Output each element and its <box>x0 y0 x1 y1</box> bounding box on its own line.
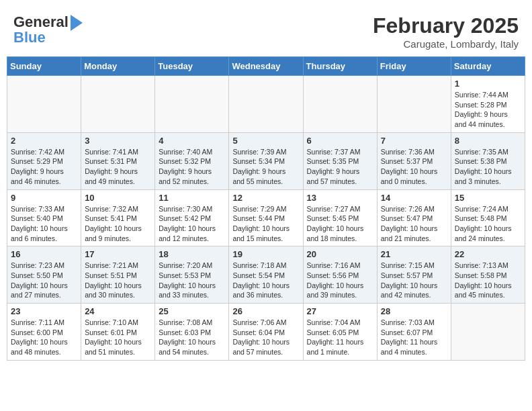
day-number: 15 <box>455 193 521 203</box>
calendar-cell: 17Sunrise: 7:21 AM Sunset: 5:51 PM Dayli… <box>81 246 155 304</box>
day-number: 21 <box>381 249 447 259</box>
calendar-cell: 3Sunrise: 7:41 AM Sunset: 5:31 PM Daylig… <box>81 132 155 189</box>
calendar-cell: 14Sunrise: 7:26 AM Sunset: 5:47 PM Dayli… <box>377 189 451 246</box>
day-info: Sunrise: 7:08 AM Sunset: 6:03 PM Dayligh… <box>159 318 225 357</box>
day-number: 8 <box>455 136 521 146</box>
calendar-cell: 13Sunrise: 7:27 AM Sunset: 5:45 PM Dayli… <box>303 189 377 246</box>
day-info: Sunrise: 7:04 AM Sunset: 6:05 PM Dayligh… <box>307 318 373 357</box>
day-info: Sunrise: 7:37 AM Sunset: 5:35 PM Dayligh… <box>307 147 373 187</box>
day-number: 12 <box>232 193 299 203</box>
day-header-wednesday: Wednesday <box>229 57 303 76</box>
calendar-cell <box>377 76 451 133</box>
day-number: 16 <box>11 249 77 259</box>
calendar-cell: 19Sunrise: 7:18 AM Sunset: 5:54 PM Dayli… <box>229 246 303 304</box>
day-number: 2 <box>11 136 77 146</box>
calendar-cell: 8Sunrise: 7:35 AM Sunset: 5:38 PM Daylig… <box>451 132 525 189</box>
day-info: Sunrise: 7:24 AM Sunset: 5:48 PM Dayligh… <box>455 204 521 244</box>
calendar-cell: 22Sunrise: 7:13 AM Sunset: 5:58 PM Dayli… <box>451 246 525 304</box>
day-number: 5 <box>232 136 299 146</box>
day-number: 14 <box>381 193 447 203</box>
day-info: Sunrise: 7:44 AM Sunset: 5:28 PM Dayligh… <box>455 90 521 130</box>
day-number: 3 <box>85 136 151 146</box>
day-info: Sunrise: 7:30 AM Sunset: 5:42 PM Dayligh… <box>159 204 225 244</box>
day-info: Sunrise: 7:26 AM Sunset: 5:47 PM Dayligh… <box>381 204 447 244</box>
day-header-thursday: Thursday <box>303 57 377 76</box>
day-number: 4 <box>159 136 225 146</box>
calendar-cell: 15Sunrise: 7:24 AM Sunset: 5:48 PM Dayli… <box>451 189 525 246</box>
calendar-cell: 12Sunrise: 7:29 AM Sunset: 5:44 PM Dayli… <box>229 189 303 246</box>
calendar-header-row: SundayMondayTuesdayWednesdayThursdayFrid… <box>7 57 525 76</box>
logo: General Blue <box>13 13 83 46</box>
day-number: 22 <box>455 249 521 259</box>
calendar-cell: 7Sunrise: 7:36 AM Sunset: 5:37 PM Daylig… <box>377 132 451 189</box>
calendar-cell: 6Sunrise: 7:37 AM Sunset: 5:35 PM Daylig… <box>303 132 377 189</box>
calendar-week-row: 16Sunrise: 7:23 AM Sunset: 5:50 PM Dayli… <box>7 246 525 304</box>
day-number: 17 <box>85 249 151 259</box>
calendar-week-row: 23Sunrise: 7:11 AM Sunset: 6:00 PM Dayli… <box>7 304 525 361</box>
day-info: Sunrise: 7:27 AM Sunset: 5:45 PM Dayligh… <box>307 204 373 244</box>
title-block: February 2025 Carugate, Lombardy, Italy <box>373 13 519 50</box>
calendar-cell: 10Sunrise: 7:32 AM Sunset: 5:41 PM Dayli… <box>81 189 155 246</box>
calendar-cell: 25Sunrise: 7:08 AM Sunset: 6:03 PM Dayli… <box>155 304 229 361</box>
day-info: Sunrise: 7:10 AM Sunset: 6:01 PM Dayligh… <box>85 318 151 357</box>
day-info: Sunrise: 7:15 AM Sunset: 5:57 PM Dayligh… <box>381 261 447 300</box>
calendar-table: SundayMondayTuesdayWednesdayThursdayFrid… <box>7 56 525 361</box>
location: Carugate, Lombardy, Italy <box>373 38 519 50</box>
day-info: Sunrise: 7:03 AM Sunset: 6:07 PM Dayligh… <box>381 318 447 357</box>
calendar-cell: 26Sunrise: 7:06 AM Sunset: 6:04 PM Dayli… <box>229 304 303 361</box>
calendar-cell <box>155 76 229 133</box>
day-info: Sunrise: 7:42 AM Sunset: 5:29 PM Dayligh… <box>11 147 77 187</box>
calendar-cell: 27Sunrise: 7:04 AM Sunset: 6:05 PM Dayli… <box>303 304 377 361</box>
day-number: 9 <box>11 193 77 203</box>
calendar-cell: 1Sunrise: 7:44 AM Sunset: 5:28 PM Daylig… <box>451 76 525 133</box>
day-info: Sunrise: 7:32 AM Sunset: 5:41 PM Dayligh… <box>85 204 151 244</box>
calendar-cell: 4Sunrise: 7:40 AM Sunset: 5:32 PM Daylig… <box>155 132 229 189</box>
day-info: Sunrise: 7:29 AM Sunset: 5:44 PM Dayligh… <box>232 204 299 244</box>
day-info: Sunrise: 7:41 AM Sunset: 5:31 PM Dayligh… <box>85 147 151 187</box>
calendar-week-row: 9Sunrise: 7:33 AM Sunset: 5:40 PM Daylig… <box>7 189 525 246</box>
day-info: Sunrise: 7:13 AM Sunset: 5:58 PM Dayligh… <box>455 261 521 300</box>
logo-blue-text: Blue <box>13 30 83 46</box>
day-number: 26 <box>232 306 299 316</box>
day-number: 13 <box>307 193 373 203</box>
calendar-week-row: 1Sunrise: 7:44 AM Sunset: 5:28 PM Daylig… <box>7 76 525 133</box>
day-info: Sunrise: 7:40 AM Sunset: 5:32 PM Dayligh… <box>159 147 225 187</box>
day-header-friday: Friday <box>377 57 451 76</box>
day-info: Sunrise: 7:11 AM Sunset: 6:00 PM Dayligh… <box>11 318 77 357</box>
calendar-cell: 9Sunrise: 7:33 AM Sunset: 5:40 PM Daylig… <box>7 189 81 246</box>
day-info: Sunrise: 7:20 AM Sunset: 5:53 PM Dayligh… <box>159 261 225 300</box>
day-number: 18 <box>159 249 225 259</box>
calendar-cell: 5Sunrise: 7:39 AM Sunset: 5:34 PM Daylig… <box>229 132 303 189</box>
logo-text: General <box>13 14 69 30</box>
day-number: 27 <box>307 306 373 316</box>
day-number: 25 <box>159 306 225 316</box>
day-number: 1 <box>455 79 521 89</box>
calendar-cell: 23Sunrise: 7:11 AM Sunset: 6:00 PM Dayli… <box>7 304 81 361</box>
day-number: 23 <box>11 306 77 316</box>
calendar-cell: 24Sunrise: 7:10 AM Sunset: 6:01 PM Dayli… <box>81 304 155 361</box>
day-number: 10 <box>85 193 151 203</box>
day-header-saturday: Saturday <box>451 57 525 76</box>
logo-arrow-icon <box>71 15 83 31</box>
calendar-cell <box>229 76 303 133</box>
calendar-cell <box>7 76 81 133</box>
day-info: Sunrise: 7:36 AM Sunset: 5:37 PM Dayligh… <box>381 147 447 187</box>
day-info: Sunrise: 7:06 AM Sunset: 6:04 PM Dayligh… <box>232 318 299 357</box>
calendar-cell: 18Sunrise: 7:20 AM Sunset: 5:53 PM Dayli… <box>155 246 229 304</box>
day-number: 20 <box>307 249 373 259</box>
day-number: 24 <box>85 306 151 316</box>
day-number: 19 <box>232 249 299 259</box>
day-info: Sunrise: 7:23 AM Sunset: 5:50 PM Dayligh… <box>11 261 77 300</box>
day-info: Sunrise: 7:33 AM Sunset: 5:40 PM Dayligh… <box>11 204 77 244</box>
month-title: February 2025 <box>373 13 519 38</box>
calendar-cell <box>81 76 155 133</box>
calendar-cell: 28Sunrise: 7:03 AM Sunset: 6:07 PM Dayli… <box>377 304 451 361</box>
calendar-cell <box>451 304 525 361</box>
calendar-cell: 20Sunrise: 7:16 AM Sunset: 5:56 PM Dayli… <box>303 246 377 304</box>
day-header-monday: Monday <box>81 57 155 76</box>
calendar-cell: 21Sunrise: 7:15 AM Sunset: 5:57 PM Dayli… <box>377 246 451 304</box>
day-number: 7 <box>381 136 447 146</box>
day-number: 28 <box>381 306 447 316</box>
day-info: Sunrise: 7:16 AM Sunset: 5:56 PM Dayligh… <box>307 261 373 300</box>
calendar-cell: 2Sunrise: 7:42 AM Sunset: 5:29 PM Daylig… <box>7 132 81 189</box>
